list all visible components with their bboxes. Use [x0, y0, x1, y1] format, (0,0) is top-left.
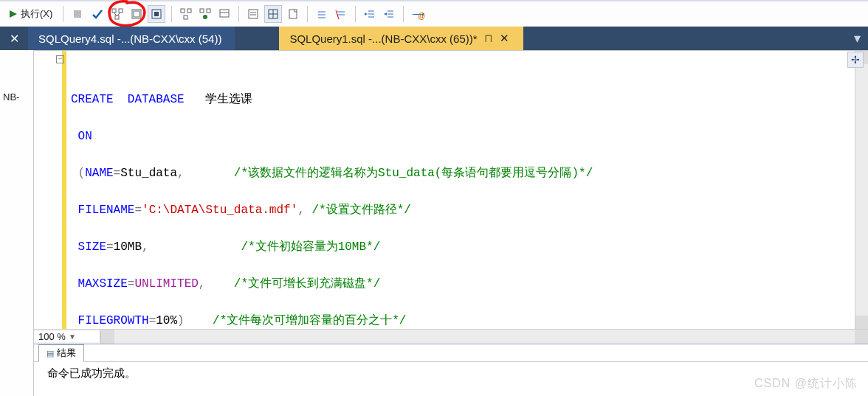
- client-stats-button[interactable]: [216, 5, 232, 23]
- intellisense-button[interactable]: [148, 5, 165, 23]
- svg-rect-19: [249, 10, 258, 18]
- svg-rect-3: [119, 9, 123, 13]
- separator: [403, 6, 404, 22]
- svg-rect-14: [200, 9, 204, 13]
- pin-icon[interactable]: ⊓: [483, 32, 494, 45]
- svg-rect-8: [134, 11, 140, 17]
- code-editor[interactable]: − CREATE DATABASE 学生选课 ON (NAME=Stu_data…: [34, 51, 868, 329]
- chevron-down-icon: ▼: [69, 333, 76, 341]
- scroll-right-button[interactable]: [855, 330, 868, 344]
- outdent-button[interactable]: [381, 5, 397, 23]
- svg-rect-13: [184, 15, 187, 19]
- svg-line-6: [117, 13, 120, 15]
- results-pane: ▤ 结果 命令已成功完成。: [34, 344, 868, 396]
- separator: [171, 6, 172, 22]
- results-grid-button[interactable]: [264, 5, 282, 23]
- editor-footer: 100 % ▼: [34, 329, 868, 344]
- parse-check-button[interactable]: [89, 5, 106, 23]
- svg-marker-35: [365, 13, 368, 15]
- svg-rect-1: [74, 10, 81, 18]
- zoom-dropdown[interactable]: 100 % ▼: [34, 331, 100, 342]
- code-content[interactable]: − CREATE DATABASE 学生选课 ON (NAME=Stu_data…: [66, 51, 855, 329]
- execute-label: 执行(X): [21, 7, 52, 21]
- line-margin: [34, 51, 62, 329]
- separator: [307, 6, 308, 22]
- indent-button[interactable]: [362, 5, 378, 23]
- stop-button[interactable]: [69, 5, 86, 23]
- results-tabstrip: ▤ 结果: [34, 344, 868, 362]
- split-window-button[interactable]: ✢: [847, 52, 864, 68]
- svg-rect-11: [181, 9, 185, 13]
- scroll-down-button[interactable]: [855, 316, 868, 329]
- results-file-button[interactable]: [285, 5, 301, 23]
- tab-overflow-button[interactable]: ▾: [846, 27, 868, 50]
- separator: [355, 6, 356, 22]
- object-explorer-collapsed[interactable]: NB-: [0, 50, 34, 396]
- actual-plan-button[interactable]: [178, 5, 194, 23]
- svg-line-5: [114, 13, 117, 15]
- svg-rect-10: [154, 12, 159, 16]
- collapse-toggle-icon[interactable]: −: [56, 55, 64, 63]
- execute-button[interactable]: 执行(X): [4, 5, 57, 23]
- toolbar: 执行(X) ⟶: [0, 0, 868, 27]
- document-tab-strip: ✕ SQLQuery4.sql -...(NB-CXX\cxx (54)) SQ…: [0, 27, 868, 50]
- svg-rect-12: [187, 9, 191, 13]
- svg-text:@: @: [418, 12, 425, 20]
- scroll-left-button[interactable]: [101, 330, 114, 344]
- svg-marker-39: [384, 13, 387, 15]
- close-panel-button[interactable]: ✕: [0, 27, 28, 50]
- query-options-button[interactable]: [128, 5, 145, 23]
- horizontal-scrollbar[interactable]: [100, 330, 868, 344]
- svg-point-16: [203, 15, 207, 19]
- results-message: 命令已成功完成。: [34, 362, 868, 385]
- svg-rect-15: [207, 9, 210, 13]
- tab-sqlquery4[interactable]: SQLQuery4.sql -...(NB-CXX\cxx (54)): [28, 27, 235, 50]
- tab-label: SQLQuery4.sql -...(NB-CXX\cxx (54)): [38, 32, 221, 45]
- tab-sqlquery1[interactable]: SQLQuery1.sql -...(NB-CXX\cxx (65))* ⊓ ✕: [279, 27, 523, 50]
- close-tab-icon[interactable]: ✕: [500, 32, 510, 45]
- results-tab[interactable]: ▤ 结果: [38, 344, 84, 362]
- svg-rect-4: [115, 15, 119, 19]
- tab-label: SQLQuery1.sql -...(NB-CXX\cxx (65))*: [289, 32, 477, 45]
- comment-button[interactable]: [314, 5, 330, 23]
- side-label: NB-: [3, 91, 19, 103]
- messages-icon: ▤: [46, 349, 54, 358]
- zoom-value: 100 %: [38, 331, 66, 342]
- live-stats-button[interactable]: [197, 5, 213, 23]
- uncomment-button[interactable]: [333, 5, 349, 23]
- results-text-button[interactable]: [245, 5, 261, 23]
- separator: [63, 6, 63, 22]
- editor-pane: − CREATE DATABASE 学生选课 ON (NAME=Stu_data…: [34, 50, 868, 344]
- svg-marker-0: [10, 10, 17, 18]
- estimated-plan-button[interactable]: [109, 5, 125, 23]
- svg-rect-17: [220, 10, 229, 17]
- results-tab-label: 结果: [57, 347, 76, 360]
- vertical-scrollbar[interactable]: [855, 51, 868, 329]
- svg-rect-2: [112, 9, 116, 13]
- specify-params-button[interactable]: ⟶@: [410, 5, 427, 23]
- svg-rect-25: [289, 10, 297, 18]
- separator: [238, 6, 239, 22]
